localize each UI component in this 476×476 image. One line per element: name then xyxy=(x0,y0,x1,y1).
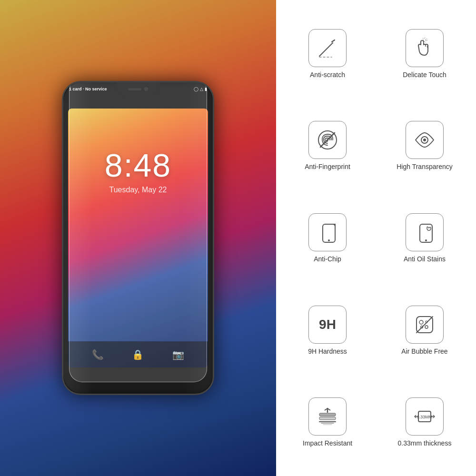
bottom-nav: 📞 🔒 📷 xyxy=(68,341,208,367)
phone-drop-icon xyxy=(412,219,437,245)
svg-point-7 xyxy=(422,37,427,42)
lock-icon: 🔒 xyxy=(132,349,144,360)
phone: 1 card · No service ◯ △ ▮ 8:48 Tuesday, … xyxy=(62,81,214,395)
ruler-icon: 0.33MM xyxy=(412,404,437,429)
anti-chip-label: Anti-Chip xyxy=(314,255,341,263)
anti-fingerprint-icon-box xyxy=(308,121,347,159)
front-camera xyxy=(144,87,148,91)
anti-chip-icon-box xyxy=(308,213,347,251)
notch xyxy=(117,82,159,96)
air-bubble-icon-box xyxy=(406,306,444,344)
svg-point-12 xyxy=(423,139,426,141)
svg-line-0 xyxy=(319,43,333,56)
svg-rect-25 xyxy=(319,417,336,420)
features-panel: Anti-scratch Delicate Touch xyxy=(276,0,476,476)
vol-down-button xyxy=(62,166,63,185)
feature-anti-scratch: Anti-scratch xyxy=(281,10,374,98)
svg-text:9H: 9H xyxy=(319,317,336,332)
bubbles-icon xyxy=(412,312,437,337)
svg-text:0.33MM: 0.33MM xyxy=(417,415,433,419)
phone-screen: 8:48 Tuesday, May 22 📞 🔒 📷 xyxy=(68,109,208,367)
layers-icon xyxy=(315,404,340,429)
call-icon: 📞 xyxy=(92,349,104,360)
wifi-icon: △ xyxy=(200,87,203,91)
knife-icon xyxy=(315,35,340,61)
thickness-label: 0.33mm thickness xyxy=(398,439,452,447)
svg-point-14 xyxy=(328,239,330,241)
impact-resistant-label: Impact Resistant xyxy=(303,439,352,447)
thickness-icon-box: 0.33MM xyxy=(406,397,444,436)
feature-high-transparency: High Transparency xyxy=(378,102,471,190)
9h-icon: 9H xyxy=(315,312,340,337)
vol-up-button xyxy=(62,139,63,159)
svg-point-21 xyxy=(425,326,428,328)
bluetooth-icon: ◯ xyxy=(194,87,198,91)
svg-rect-24 xyxy=(319,413,336,416)
svg-line-19 xyxy=(416,317,433,333)
high-transparency-icon-box xyxy=(406,121,444,159)
battery-icon: ▮ xyxy=(205,87,207,91)
lock-date: Tuesday, May 22 xyxy=(109,186,167,194)
anti-oil-label: Anti Oil Stains xyxy=(404,255,446,263)
9h-hardness-icon-box: 9H xyxy=(308,306,347,344)
anti-oil-icon-box xyxy=(406,213,444,251)
svg-point-20 xyxy=(419,320,423,324)
delicate-touch-icon-box xyxy=(406,29,444,67)
delicate-touch-label: Delicate Touch xyxy=(403,71,446,79)
feature-impact-resistant: Impact Resistant xyxy=(281,378,374,466)
impact-resistant-icon-box xyxy=(308,397,347,436)
camera-icon: 📷 xyxy=(172,349,184,360)
feature-thickness: 0.33MM 0.33mm thickness xyxy=(378,378,471,466)
svg-point-22 xyxy=(426,321,427,323)
eye-icon xyxy=(412,127,437,153)
feature-air-bubble: Air Bubble Free xyxy=(378,286,471,375)
feature-9h-hardness: 9H 9H Hardness xyxy=(281,286,374,375)
phone-corner-icon xyxy=(315,219,340,245)
9h-hardness-label: 9H Hardness xyxy=(308,347,347,355)
air-bubble-label: Air Bubble Free xyxy=(401,347,447,355)
lock-screen: 8:48 Tuesday, May 22 xyxy=(68,147,208,194)
speaker xyxy=(128,88,141,90)
anti-scratch-label: Anti-scratch xyxy=(310,71,345,79)
feature-delicate-touch: Delicate Touch xyxy=(378,10,471,98)
high-transparency-label: High Transparency xyxy=(397,163,453,170)
status-icons: ◯ △ ▮ xyxy=(194,87,207,91)
lock-time: 8:48 xyxy=(105,147,171,184)
power-button xyxy=(213,154,214,180)
feature-anti-chip: Anti-Chip xyxy=(281,194,374,282)
anti-scratch-icon-box xyxy=(308,29,347,67)
fingerprint-icon xyxy=(315,127,340,153)
svg-point-16 xyxy=(425,239,427,241)
hand-icon xyxy=(412,35,437,61)
carrier-text: 1 card · No service xyxy=(69,87,107,91)
svg-line-1 xyxy=(332,40,335,42)
feature-anti-fingerprint: Anti-Fingerprint xyxy=(281,102,374,190)
anti-fingerprint-label: Anti-Fingerprint xyxy=(305,163,350,170)
left-panel: 1 card · No service ◯ △ ▮ 8:48 Tuesday, … xyxy=(0,0,276,476)
phone-wrapper: 1 card · No service ◯ △ ▮ 8:48 Tuesday, … xyxy=(62,81,214,395)
feature-anti-oil: Anti Oil Stains xyxy=(378,194,471,282)
